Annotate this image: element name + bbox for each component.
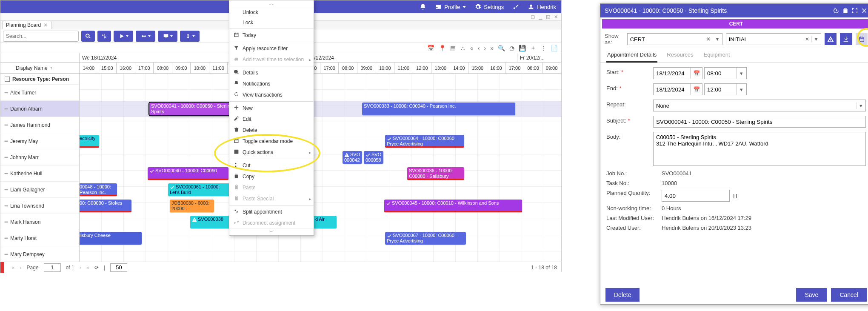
tab-planning-board[interactable]: Planning Board ✕ [2, 21, 51, 29]
resource-row[interactable]: ━James Hammond [0, 117, 79, 133]
calendar-icon[interactable]: 📅 [690, 68, 702, 79]
start-time-input[interactable] [705, 68, 736, 79]
menu-item-quick-actions[interactable]: Quick actions▸ [229, 147, 314, 158]
chevron-down-icon[interactable]: ▾ [811, 36, 821, 42]
repeat-input[interactable] [654, 103, 856, 109]
network-icon[interactable]: ⛬ [460, 45, 466, 51]
day-header[interactable]: Th 19/12/2024 [299, 53, 518, 62]
resource-row[interactable]: ━Lina Townsend [0, 198, 79, 214]
drag-handle-icon[interactable]: ━ [5, 203, 7, 209]
appointment[interactable]: 00: C00030 - Stokes [80, 200, 131, 212]
last-icon[interactable]: » [490, 45, 494, 51]
resource-row[interactable]: ━Katherine Hull [0, 165, 79, 182]
hour-header[interactable]: 08:00 [154, 63, 172, 74]
resource-row[interactable]: ━Jeremy May [0, 133, 79, 149]
search-button[interactable] [81, 31, 95, 42]
resource-row[interactable]: ━Alex Turner [0, 85, 79, 101]
drag-handle-icon[interactable]: ━ [5, 187, 7, 193]
calendar-nav-icon[interactable]: 📅 [427, 45, 434, 51]
maximize-icon[interactable]: ▢ [530, 14, 536, 20]
appointment[interactable]: SVO000061 - 10000: Let's Build [168, 183, 230, 196]
hour-header[interactable]: 13:00 [431, 63, 450, 74]
menu-scroll-down[interactable]: ﹀ [229, 228, 314, 235]
height-menu[interactable] [180, 31, 200, 42]
close-icon[interactable] [861, 7, 868, 14]
drag-handle-icon[interactable]: ━ [5, 90, 7, 96]
drag-handle-icon[interactable]: ━ [5, 122, 7, 128]
cancel-button[interactable]: Cancel [831, 288, 867, 302]
pager-first[interactable]: « [11, 264, 14, 271]
hour-header[interactable]: 15:00 [468, 63, 487, 74]
calendar-mode-button[interactable] [856, 33, 868, 45]
timeline-grid[interactable]: ectricitySVO000041 - 10000: C00050 - Ste… [80, 74, 561, 262]
menu-item-split-appointment[interactable]: Split appointment [229, 206, 314, 217]
day-header[interactable]: Fr 20/12/... [517, 53, 561, 62]
menu-item-apply-resource-filter[interactable]: Apply resource filter [229, 43, 314, 54]
hour-header[interactable]: 14:00 [450, 63, 469, 74]
status-input[interactable] [726, 36, 803, 43]
hour-header[interactable]: 17:00 [320, 63, 339, 74]
appointment[interactable]: 00048 - 10000: Pearson Inc. [80, 183, 117, 196]
pager-refresh-icon[interactable]: ⟳ [94, 265, 99, 271]
start-date-input[interactable] [654, 68, 690, 79]
tab-close-icon[interactable]: ✕ [43, 22, 48, 28]
doc-icon[interactable]: 📄 [551, 45, 558, 51]
delete-button[interactable]: Delete [605, 288, 640, 302]
appointment[interactable]: SVO000040 - 10000: C00090 [148, 167, 228, 180]
calendar-icon[interactable]: 📅 [690, 84, 702, 95]
drag-handle-icon[interactable]: ━ [5, 219, 7, 225]
subject-input[interactable] [653, 116, 866, 128]
drag-handle-icon[interactable]: ━ [5, 171, 7, 177]
hour-header[interactable]: 12:00 [413, 63, 432, 74]
drag-handle-icon[interactable]: ━ [5, 154, 7, 160]
appointment[interactable]: SVO000045 - 10000: C00010 - Wilkinson an… [384, 200, 522, 212]
tab-equipment[interactable]: Equipment [702, 48, 731, 63]
resource-row[interactable]: ━Marty Horst [0, 230, 79, 246]
menu-item-delete[interactable]: Delete [229, 125, 314, 136]
menu-scroll-up[interactable]: ︿ [229, 0, 314, 7]
menu-item-unlock[interactable]: Unlock [229, 7, 314, 17]
appointment[interactable]: JOB00030 - 6000: 20000 - [170, 200, 214, 212]
download-button[interactable] [840, 33, 852, 45]
clock-icon[interactable]: ◔ [509, 45, 514, 51]
appointment[interactable]: SVO 000042 [343, 151, 362, 164]
chart-icon[interactable]: ▤ [450, 45, 456, 51]
hour-header[interactable]: 11:00 [209, 63, 228, 74]
resource-row[interactable]: ━Mark Hanson [0, 214, 79, 230]
search-input[interactable] [3, 31, 79, 42]
hour-header[interactable]: 10:00 [191, 63, 209, 74]
save-icon[interactable]: 💾 [519, 45, 526, 51]
body-textarea[interactable] [653, 132, 866, 166]
hour-header[interactable]: 11:00 [394, 63, 413, 74]
appointment[interactable]: SVO000067 - 10000: C00060 - Pryce Advert… [385, 232, 466, 245]
appointment[interactable]: SVO 000058 [364, 151, 383, 164]
tab-appointment-details[interactable]: Appointment Details [606, 48, 657, 63]
clear-icon[interactable]: ✕ [803, 36, 811, 42]
resource-row[interactable]: ━Damon Albarn [0, 101, 79, 117]
clear-icon[interactable]: ✕ [704, 36, 713, 42]
end-time-input[interactable] [705, 84, 736, 95]
menu-item-details[interactable]: Details [229, 67, 314, 78]
appointment[interactable]: d Air [314, 216, 337, 228]
start-time-field[interactable]: ▾ [704, 67, 747, 79]
appointment[interactable]: SVO000064 - 10000: C00060 - Pryce Advert… [385, 135, 464, 148]
restore-icon[interactable]: ◱ [545, 14, 551, 20]
minimize-icon[interactable]: ▁ [537, 14, 543, 20]
pager-last[interactable]: » [86, 264, 89, 271]
hour-header[interactable]: 09:00 [172, 63, 191, 74]
appointment[interactable]: SVO000033 - 10000: C00040 - Pearson Inc. [362, 103, 515, 115]
settings-button[interactable]: Settings [474, 3, 504, 10]
resource-group-row[interactable]: − Resource Type: Person [0, 74, 79, 85]
drag-handle-icon[interactable]: ━ [5, 251, 7, 257]
chevron-down-icon[interactable]: ▾ [736, 84, 746, 95]
repeat-combo[interactable]: ▾ [653, 100, 866, 111]
width-menu[interactable] [136, 31, 155, 42]
alert-button[interactable] [825, 33, 837, 45]
pin-icon[interactable]: 📍 [439, 45, 446, 51]
drag-handle-icon[interactable]: ━ [5, 106, 7, 112]
first-icon[interactable]: « [470, 45, 474, 51]
hour-header[interactable]: 16:00 [117, 63, 135, 74]
appointment[interactable]: lisbury Cheese [80, 232, 142, 245]
appointment[interactable]: SVO000041 - 10000: C00050 - Sterling Spi… [149, 103, 239, 115]
drag-handle-icon[interactable]: ━ [5, 138, 7, 144]
